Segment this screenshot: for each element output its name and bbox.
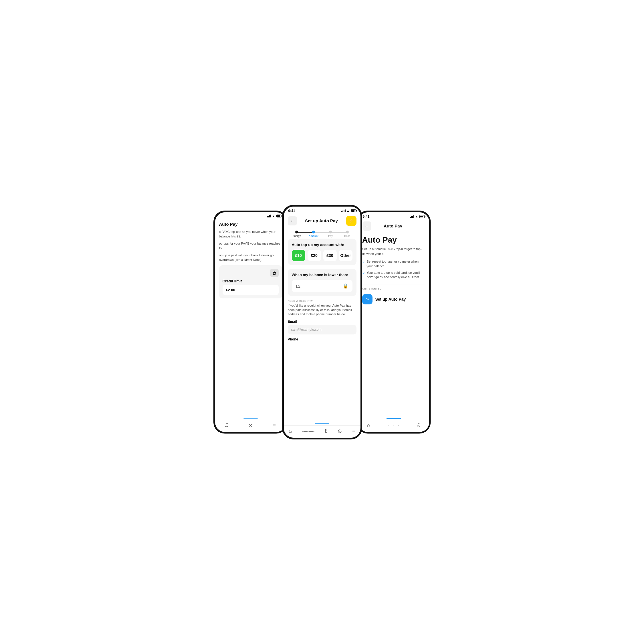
credit-limit-value: £2.00 [223,285,279,295]
action-button-center[interactable]: ⚡ [346,216,356,226]
left-desc1: c PAYG top-ups so you never when your ba… [219,229,282,239]
payments-icon-center: £ [325,428,328,434]
step-label-energy: Energy [293,235,301,237]
center-phone: 9:41 ▲ ← Set up Auto Pay ⚡ [282,205,362,439]
right-content: Auto Pay Set up automatic PAYG top-u for… [358,233,429,418]
step-label-done: Done [344,235,350,237]
check-item-2: ✓ Your auto top-up is paid card, so you'… [362,271,425,280]
step-dot-energy [295,231,298,233]
wifi-icon-left: ▲ [272,215,275,218]
signal-icon-left [267,215,271,217]
nav-item-home-right[interactable]: ⌂ [367,423,370,429]
balance-card-title: When my balance is lower than: [292,273,352,277]
status-bar-right: 9:41 ▲ [358,212,429,220]
nav-item-activity-right[interactable]: ◦—◦—◦ [388,423,399,428]
bottom-indicator-right [387,418,401,419]
center-content: Auto top-up my account with: £10 £20 £30… [284,239,360,423]
menu-icon-left: ≡ [273,422,276,428]
help-icon-center: ⊙ [338,428,342,434]
status-icons-left: ▲ [267,215,282,218]
nav-item-payments-right[interactable]: £ [417,423,420,429]
status-icons-center: ▲ [341,209,356,212]
step-line-1 [297,232,314,233]
activity-icon-center: ◦—◦—◦ [302,429,314,433]
get-started-label: GET STARTED [362,284,425,290]
step-line-2 [314,232,330,233]
left-desc2: op-ups for your PAYG your balance reache… [219,241,282,251]
receipt-desc: If you'd like a receipt when your Auto P… [288,304,356,317]
battery-icon-center [351,209,356,212]
setup-autopay-button[interactable]: ∞ Set up Auto Pay [362,291,425,307]
status-bar-center: 9:41 ▲ [284,207,360,214]
signal-icon-right [410,215,414,218]
back-button-center[interactable]: ← [288,216,297,225]
topup-card-title: Auto top-up my account with: [292,243,352,247]
status-bar-left: ▲ [215,212,286,219]
credit-limit-card: 🗑 Credit limit £2.00 [219,265,282,298]
help-icon-left: ⊙ [248,422,253,429]
step-label-pay: Pay [328,235,333,237]
payments-icon-left: £ [225,422,228,428]
step-amount: Amount [305,231,322,237]
back-button-right[interactable]: ← [362,221,371,231]
delete-icon[interactable]: 🗑 [270,269,279,277]
amount-btn-30[interactable]: £30 [323,250,337,261]
check-text-1: Set repeat top-ups for yo meter when you… [367,259,425,268]
menu-icon-center: ≡ [352,428,355,434]
checkmark-1: ✓ [362,260,365,265]
nav-header-right: ← Auto Pay [358,220,429,233]
wifi-icon-center: ▲ [347,209,350,212]
battery-icon-right [419,215,425,218]
step-label-amount: Amount [309,235,318,237]
credit-limit-title: Credit limit [223,279,279,283]
bottom-nav-center: ⌂ ◦—◦—◦ £ ⊙ ≡ [284,425,360,438]
balance-card: When my balance is lower than: £2 🔒 [288,269,356,296]
check-item-1: ✓ Set repeat top-ups for yo meter when y… [362,259,425,268]
left-page-title: Auto Pay [219,222,282,227]
status-time-right: 9:41 [363,215,370,219]
amount-grid: £10 £20 £30 Other [292,250,352,261]
scene: ▲ Auto Pay c PAYG top-ups so you never w… [193,193,451,451]
nav-title-center: Set up Auto Pay [305,218,338,223]
autopay-title: Auto Pay [362,236,425,245]
activity-icon-right: ◦—◦—◦ [388,423,399,428]
amount-btn-other[interactable]: Other [339,250,352,261]
check-list: ✓ Set repeat top-ups for yo meter when y… [362,259,425,280]
nav-item-menu-center[interactable]: ≡ [352,428,355,434]
step-dot-pay [329,231,332,233]
infinity-icon: ∞ [366,297,369,302]
back-icon-right: ← [365,224,369,228]
wifi-icon-right: ▲ [415,215,418,218]
setup-btn-label: Set up Auto Pay [375,297,406,302]
nav-item-activity-center[interactable]: ◦—◦—◦ [302,429,314,433]
home-icon-center: ⌂ [289,428,292,434]
bottom-indicator-left [243,418,258,419]
left-phone: ▲ Auto Pay c PAYG top-ups so you never w… [213,211,288,434]
nav-item-help-center[interactable]: ⊙ [338,428,342,434]
email-input[interactable]: sam@example.com [288,325,356,334]
receipt-section: NEED A RECEIPT? If you'd like a receipt … [288,300,356,341]
nav-item-payments-left[interactable]: £ [225,422,228,428]
status-icons-right: ▲ [410,215,425,218]
amount-btn-10[interactable]: £10 [292,250,305,261]
status-time-center: 9:41 [288,209,295,213]
step-done: Done [339,231,356,237]
topup-card: Auto top-up my account with: £10 £20 £30… [288,239,356,265]
check-text-2: Your auto top-up is paid card, so you'll… [367,271,425,280]
email-label: Email [288,320,356,324]
nav-item-payments-center[interactable]: £ [325,428,328,434]
battery-icon-left [276,215,282,217]
signal-icon-center [341,209,346,212]
step-line-3 [330,232,347,233]
progress-steps: Energy Amount Pay Done [284,228,360,239]
amount-btn-20[interactable]: £20 [308,250,321,261]
nav-item-home-center[interactable]: ⌂ [289,428,292,434]
step-dot-amount [312,231,315,233]
lock-icon: 🔒 [343,283,348,289]
step-dot-done [346,231,349,233]
phone-label: Phone [288,337,356,341]
nav-item-menu-left[interactable]: ≡ [273,422,276,428]
payments-icon-right: £ [417,423,420,429]
nav-item-help-left[interactable]: ⊙ [248,422,253,429]
receipt-label: NEED A RECEIPT? [288,300,356,302]
